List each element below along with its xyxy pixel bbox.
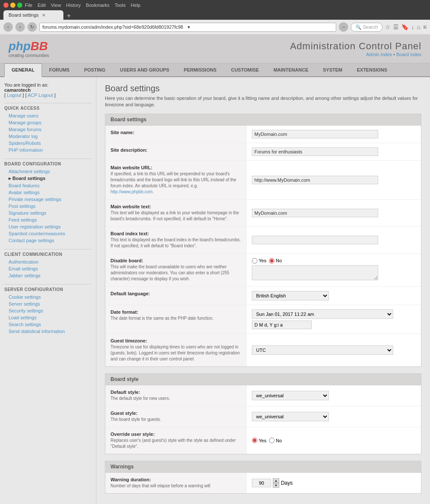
- sidebar-item-feed[interactable]: Feed settings: [4, 216, 92, 223]
- browser-tabs: Board settings ✕ +: [3, 10, 427, 20]
- sidebar-item-attachment[interactable]: Attachment settings: [4, 168, 92, 175]
- sidebar-item-spambot[interactable]: Spambot countermeasures: [4, 230, 92, 237]
- disable-board-no-radio[interactable]: [269, 258, 275, 264]
- maximize-window-icon[interactable]: [17, 3, 22, 8]
- override-style-no-radio[interactable]: [269, 438, 275, 443]
- sidebar-item-manage-groups[interactable]: Manage groups: [4, 119, 92, 126]
- sidebar-item-security[interactable]: Security settings: [4, 307, 92, 314]
- pocket-icon[interactable]: 🔖: [401, 24, 409, 30]
- download-icon[interactable]: ↓: [411, 24, 414, 30]
- sidebar-item-server[interactable]: Server settings: [4, 300, 92, 307]
- tab-forums[interactable]: FORUMS: [42, 63, 77, 76]
- sidebar-item-php-info[interactable]: PHP information: [4, 147, 92, 153]
- sidebar-item-load[interactable]: Load settings: [4, 314, 92, 321]
- url-bar[interactable]: forums.mydomain.com/adm/index.php?sid=68…: [39, 23, 336, 32]
- phpbb-link[interactable]: http://www.phpbb.com: [110, 189, 152, 194]
- guest-style-select[interactable]: we_universal: [252, 412, 329, 421]
- disable-board-yes-radio[interactable]: [252, 258, 257, 264]
- active-tab[interactable]: Board settings ✕: [3, 10, 63, 20]
- menu-view[interactable]: View: [51, 3, 61, 8]
- site-name-input[interactable]: [252, 130, 378, 138]
- override-style-yes-radio[interactable]: [252, 438, 257, 443]
- disable-board-yes-label[interactable]: Yes: [252, 258, 266, 264]
- sidebar-item-authentication[interactable]: Authentication: [4, 258, 92, 265]
- window-controls: [3, 3, 22, 8]
- tab-customise[interactable]: CUSTOMISE: [224, 63, 266, 76]
- date-format-select[interactable]: Sun Jan 01, 2017 11:22 am: [252, 309, 393, 319]
- sidebar-item-board-features[interactable]: Board features: [4, 182, 92, 189]
- tab-general[interactable]: GENERAL: [4, 63, 42, 77]
- tab-posting[interactable]: POSTING: [77, 63, 113, 76]
- sidebar-item-contact-page[interactable]: Contact page settings: [4, 237, 92, 244]
- tab-close-icon[interactable]: ✕: [42, 13, 45, 18]
- url-dropdown-icon[interactable]: ▾: [188, 24, 333, 30]
- warning-duration-input[interactable]: [252, 479, 271, 487]
- admin-index-link[interactable]: Admin index: [366, 52, 392, 57]
- sidebar-item-post-settings[interactable]: Post settings: [4, 203, 92, 210]
- override-style-row: Override user style: Replaces user's (an…: [105, 427, 421, 454]
- override-style-no-label[interactable]: No: [269, 438, 282, 443]
- board-index-text-value: [247, 227, 421, 253]
- tab-extensions[interactable]: EXTENSIONS: [349, 63, 394, 76]
- board-index-text-input[interactable]: [252, 236, 378, 244]
- default-language-select[interactable]: British English: [252, 291, 329, 300]
- close-window-icon[interactable]: [3, 3, 9, 8]
- site-description-value: [247, 143, 421, 160]
- menu-help[interactable]: Help: [131, 3, 140, 8]
- go-button[interactable]: →: [339, 22, 348, 32]
- menu-icon[interactable]: ≡: [423, 24, 427, 30]
- sidebar-item-email[interactable]: Email settings: [4, 265, 92, 272]
- sidebar-item-user-registration[interactable]: User registration settings: [4, 223, 92, 230]
- menu-tools[interactable]: Tools: [115, 3, 126, 8]
- site-description-input[interactable]: [252, 147, 378, 156]
- reload-button[interactable]: ↻: [27, 22, 37, 32]
- spinner-down-button[interactable]: ▼: [273, 483, 279, 488]
- main-text-value: [247, 200, 421, 226]
- default-style-select[interactable]: we_universal: [252, 391, 329, 400]
- menu-file[interactable]: File: [25, 3, 33, 8]
- tab-permissions[interactable]: PERMISSIONS: [176, 63, 224, 76]
- menu-bookmarks[interactable]: Bookmarks: [86, 3, 110, 8]
- home-icon[interactable]: ⌂: [417, 24, 420, 30]
- disable-board-value: Yes No: [247, 254, 421, 286]
- reader-icon[interactable]: ☰: [393, 24, 399, 30]
- logo-text: phpBB: [9, 39, 48, 53]
- sidebar-item-statistical[interactable]: Send statistical information: [4, 328, 92, 335]
- back-button[interactable]: ‹: [3, 22, 13, 32]
- sidebar-item-jabber[interactable]: Jabber settings: [4, 272, 92, 279]
- spinner-up-button[interactable]: ▲: [273, 478, 279, 483]
- new-tab-icon[interactable]: +: [64, 12, 73, 20]
- acp-logout-link[interactable]: ACP Logout: [27, 93, 53, 98]
- guest-timezone-row: Guest timezone: Timezone to use for disp…: [105, 334, 421, 366]
- bookmark-star-icon[interactable]: ☆: [385, 24, 391, 30]
- override-style-yes-label[interactable]: Yes: [252, 438, 266, 443]
- sidebar-item-moderator-log[interactable]: Moderator log: [4, 133, 92, 140]
- guest-timezone-select[interactable]: UTC: [252, 345, 393, 355]
- sidebar-item-private-message[interactable]: Private message settings: [4, 196, 92, 203]
- main-text-input[interactable]: [252, 209, 378, 217]
- logout-link[interactable]: Logout: [7, 93, 21, 98]
- sidebar-item-spiders-robots[interactable]: Spiders/Robots: [4, 140, 92, 147]
- sidebar-item-search[interactable]: Search settings: [4, 321, 92, 328]
- sidebar-item-manage-forums[interactable]: Manage forums: [4, 126, 92, 133]
- menu-edit[interactable]: Edit: [38, 3, 46, 8]
- tab-maintenance[interactable]: MAINTENANCE: [266, 63, 316, 76]
- sidebar-item-cookie[interactable]: Cookie settings: [4, 294, 92, 300]
- tab-users-groups[interactable]: USERS AND GROUPS: [113, 63, 176, 76]
- sidebar-item-manage-users[interactable]: Manage users: [4, 112, 92, 119]
- minimize-window-icon[interactable]: [10, 3, 15, 8]
- sidebar-item-board-settings[interactable]: ▸ Board settings: [4, 175, 92, 182]
- main-url-input[interactable]: [252, 176, 378, 184]
- menu-history[interactable]: History: [66, 3, 81, 8]
- disable-board-no-label[interactable]: No: [269, 258, 282, 264]
- browser-menu: File Edit View History Bookmarks Tools H…: [25, 3, 140, 8]
- sidebar-item-signature[interactable]: Signature settings: [4, 210, 92, 216]
- main-text-desc: This text will be displayed as a link to…: [110, 210, 241, 222]
- tab-system[interactable]: SYSTEM: [316, 63, 349, 76]
- board-index-link[interactable]: Board index: [396, 52, 421, 57]
- sidebar-item-avatar[interactable]: Avatar settings: [4, 189, 92, 196]
- date-format-input[interactable]: [252, 321, 312, 329]
- disable-board-message[interactable]: [252, 265, 378, 280]
- browser-search-bar[interactable]: 🔍 Search: [351, 23, 383, 32]
- forward-button[interactable]: ›: [15, 22, 25, 32]
